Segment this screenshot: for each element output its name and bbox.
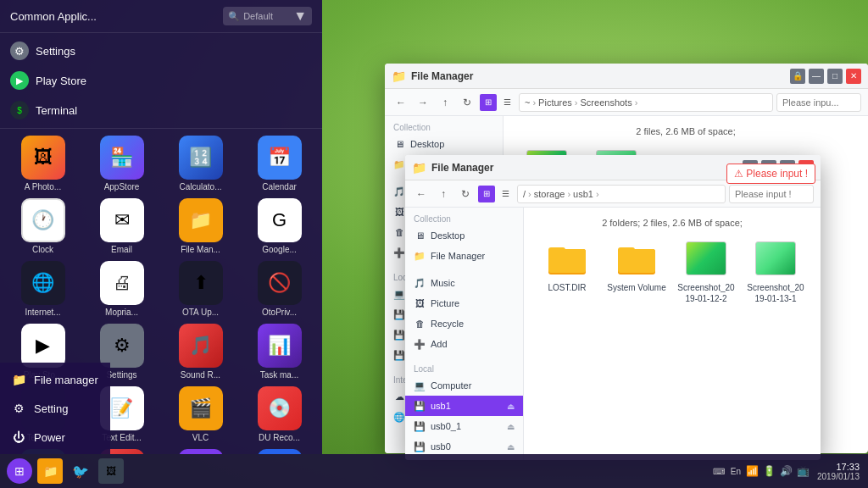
bc-pictures[interactable]: Pictures xyxy=(538,97,572,108)
drawer-header: Common Applic... 🔍 ▼ xyxy=(0,0,322,33)
svg-rect-5 xyxy=(618,249,655,273)
sidebar-item-filemanager[interactable]: 📁 File manager xyxy=(0,366,110,393)
app-label-3: Calendar xyxy=(262,182,297,191)
app-icon-3: 📅 xyxy=(258,136,302,180)
bc-fsep1: › xyxy=(528,189,531,199)
img-icon: 🖼 xyxy=(106,465,116,477)
app-item-internet[interactable]: 🌐Internet... xyxy=(7,261,79,317)
fm-front-refresh-btn[interactable]: ↻ xyxy=(456,185,475,203)
file-item-systemvolume[interactable]: System Volume xyxy=(607,238,666,304)
fm-back-close-btn[interactable]: ✕ xyxy=(846,69,861,84)
fm-back-btn[interactable]: ← xyxy=(392,93,410,112)
front-sidebar-usb1[interactable]: 💾 usb1 ⏏ xyxy=(405,396,523,416)
fm-front-files-grid: LOST.DIR System Volume xyxy=(531,231,814,311)
file-icon-lostdir xyxy=(547,238,587,279)
taskbar-img-icon[interactable]: 🖼 xyxy=(98,458,124,484)
file-item-ss2[interactable]: Screenshot_2019-01-13-1 xyxy=(746,238,805,304)
front-collection-label: Collection xyxy=(405,211,523,225)
fm-back-max-btn[interactable]: □ xyxy=(827,69,843,84)
drawer-search[interactable]: 🔍 ▼ xyxy=(223,7,312,25)
sidebar-item-setting[interactable]: ⚙ Setting xyxy=(0,395,110,422)
fm-front-grid-view-btn[interactable]: ⊞ xyxy=(478,186,495,202)
fm-front-breadcrumb[interactable]: / › storage › usb1 › xyxy=(517,185,726,203)
drawer-title: Common Applic... xyxy=(10,10,97,23)
fm-back-breadcrumb[interactable]: ~ › Pictures › Screenshots › xyxy=(519,93,773,112)
fm-forward-btn[interactable]: → xyxy=(414,93,432,112)
app-item-taskma[interactable]: 📊Task ma... xyxy=(243,324,315,380)
grid-view-btn[interactable]: ⊞ xyxy=(480,94,497,111)
app-item-calendar[interactable]: 📅Calendar xyxy=(243,136,315,191)
taskbar-bird-btn[interactable]: 🐦 xyxy=(68,458,93,484)
sidebar-item-playstore[interactable]: ▶ Play Store xyxy=(0,66,322,95)
fm-front-list-view-btn[interactable]: ☰ xyxy=(497,186,514,202)
front-recycle-label: Recycle xyxy=(431,319,464,329)
fm-front-search[interactable] xyxy=(729,185,814,203)
front-usb0-label: usb0 xyxy=(431,441,451,452)
front-sidebar-desktop[interactable]: 🖥 Desktop xyxy=(405,225,523,246)
app-item-google[interactable]: GGoogle... xyxy=(243,198,315,254)
file-item-ss1[interactable]: Screenshot_2019-01-12-2 xyxy=(676,238,736,304)
app-label-4: Clock xyxy=(32,245,53,254)
front-sidebar-recycle[interactable]: 🗑 Recycle xyxy=(405,313,523,334)
front-usb1-eject-icon[interactable]: ⏏ xyxy=(507,402,515,411)
sidebar-desktop[interactable]: 🖥 Desktop xyxy=(385,134,503,154)
sidebar-item-power[interactable]: ⏻ Power xyxy=(0,424,110,451)
thumbnail-ss2 xyxy=(755,241,796,275)
front-sidebar-add[interactable]: ➕ Add xyxy=(405,334,523,354)
app-item-email[interactable]: ✉Email xyxy=(86,198,158,254)
fm-up-btn[interactable]: ↑ xyxy=(436,93,454,112)
front-sidebar-picture[interactable]: 🖼 Picture xyxy=(405,293,523,313)
app-item-vlc[interactable]: 🎬VLC xyxy=(164,386,236,442)
keyboard-tray-icon: ⌨ xyxy=(712,464,726,478)
fm-front-back-btn[interactable]: ← xyxy=(412,185,431,203)
setting-icon: ⚙ xyxy=(10,400,27,417)
sidebar-item-terminal[interactable]: $ Terminal xyxy=(0,96,322,125)
fm-back-min-btn[interactable]: — xyxy=(809,69,824,84)
app-icon-8: 🌐 xyxy=(21,261,65,305)
bc-storage[interactable]: storage xyxy=(534,189,565,199)
fm-refresh-btn[interactable]: ↻ xyxy=(458,93,476,112)
bc-screenshots[interactable]: Screenshots xyxy=(581,97,632,108)
front-sidebar-computer[interactable]: 💻 Computer xyxy=(405,375,523,396)
dropdown-arrow-icon: ▼ xyxy=(293,8,307,24)
fm-front-toolbar: ← ↑ ↻ ⊞ ☰ / › storage › usb1 › xyxy=(405,180,821,208)
taskbar-folder-btn[interactable]: 📁 xyxy=(37,458,63,484)
front-sidebar-music[interactable]: 🎵 Music xyxy=(405,273,523,293)
fm-back-toolbar: ← → ↑ ↻ ⊞ ☰ ~ › Pictures › Screenshots › xyxy=(385,89,868,116)
app-item-calculato[interactable]: 🔢Calculato... xyxy=(164,136,236,191)
front-sidebar-filemanager[interactable]: 📁 File Manager xyxy=(405,246,523,266)
app-item-dureco[interactable]: 💿DU Reco... xyxy=(243,386,315,442)
lang-tray-icon[interactable]: En xyxy=(729,464,743,478)
fm-back-search[interactable] xyxy=(776,93,861,112)
front-usb0-eject-icon[interactable]: ⏏ xyxy=(507,442,515,452)
fm-back-controls: 🔒 — □ ✕ xyxy=(790,69,861,84)
app-item-aphoto[interactable]: 🖼A Photo... xyxy=(7,136,79,191)
app-item-soundr[interactable]: 🎵Sound R... xyxy=(164,324,236,380)
app-label-14: Sound R... xyxy=(181,370,220,380)
fm-front-view-buttons: ⊞ ☰ xyxy=(478,186,514,202)
fm-front-up-btn[interactable]: ↑ xyxy=(434,185,453,203)
sidebar-item-settings[interactable]: ⚙ Settings xyxy=(0,36,322,65)
list-view-btn[interactable]: ☰ xyxy=(498,94,515,111)
desktop-icon: 🖥 xyxy=(393,138,405,150)
front-usb0-1-eject-icon[interactable]: ⏏ xyxy=(507,422,515,431)
front-sidebar-usb0-1[interactable]: 💾 usb0_1 ⏏ xyxy=(405,416,523,436)
app-item-appstore[interactable]: 🏪AppStore xyxy=(86,136,158,191)
app-item-mopria[interactable]: 🖨Mopria... xyxy=(86,261,158,317)
search-input[interactable] xyxy=(243,11,290,21)
app-item-otopriv[interactable]: 🚫OtoPriv... xyxy=(243,261,315,317)
app-item-clock[interactable]: 🕐Clock xyxy=(7,198,79,254)
fm-back-title-icon: 📁 xyxy=(392,69,406,83)
app-icon-18: 🎬 xyxy=(179,386,223,430)
bc-root: / xyxy=(523,189,526,199)
file-item-lostdir[interactable]: LOST.DIR xyxy=(537,238,597,304)
taskbar-home-btn[interactable]: ⊞ xyxy=(7,458,32,484)
display-tray-icon: 📺 xyxy=(797,464,810,478)
fm-back-lock-btn[interactable]: 🔒 xyxy=(790,69,805,84)
app-item-fileman[interactable]: 📁File Man... xyxy=(164,198,236,254)
app-icon-0: 🖼 xyxy=(21,136,65,180)
front-fm-icon: 📁 xyxy=(414,250,426,262)
fm-front-sidebar: Collection 🖥 Desktop 📁 File Manager 🎵 Mu… xyxy=(405,208,524,460)
app-item-otaup[interactable]: ⬆OTA Up... xyxy=(164,261,236,317)
bc-fusb1[interactable]: usb1 xyxy=(573,189,593,199)
